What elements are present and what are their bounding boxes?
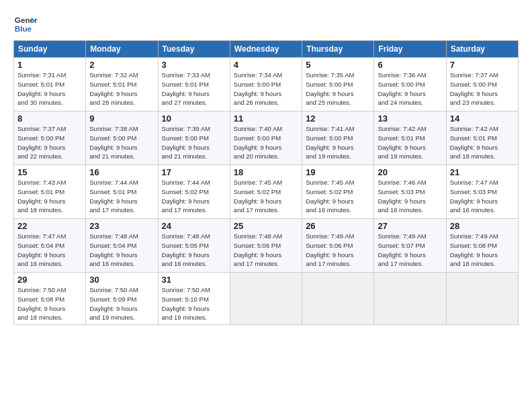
calendar-week-row: 22Sunrise: 7:47 AM Sunset: 5:04 PM Dayli… xyxy=(14,219,519,273)
day-info: Sunrise: 7:39 AM Sunset: 5:00 PM Dayligh… xyxy=(162,124,226,161)
calendar-week-row: 8Sunrise: 7:37 AM Sunset: 5:00 PM Daylig… xyxy=(14,111,519,165)
day-info: Sunrise: 7:48 AM Sunset: 5:06 PM Dayligh… xyxy=(234,232,298,269)
weekday-header: Wednesday xyxy=(230,41,302,58)
day-number: 15 xyxy=(17,167,82,177)
calendar-cell xyxy=(374,273,446,325)
day-number: 26 xyxy=(306,221,370,231)
calendar-cell: 29Sunrise: 7:50 AM Sunset: 5:08 PM Dayli… xyxy=(14,273,86,325)
day-info: Sunrise: 7:49 AM Sunset: 5:08 PM Dayligh… xyxy=(450,232,515,269)
day-info: Sunrise: 7:44 AM Sunset: 5:01 PM Dayligh… xyxy=(89,178,154,215)
day-info: Sunrise: 7:50 AM Sunset: 5:09 PM Dayligh… xyxy=(89,285,154,322)
calendar-cell: 30Sunrise: 7:50 AM Sunset: 5:09 PM Dayli… xyxy=(86,273,158,325)
day-info: Sunrise: 7:35 AM Sunset: 5:00 PM Dayligh… xyxy=(306,71,370,107)
calendar-header-row: SundayMondayTuesdayWednesdayThursdayFrid… xyxy=(14,41,519,58)
calendar-week-row: 15Sunrise: 7:43 AM Sunset: 5:01 PM Dayli… xyxy=(14,165,519,219)
day-number: 12 xyxy=(306,113,370,124)
day-number: 3 xyxy=(162,60,226,70)
calendar-cell: 16Sunrise: 7:44 AM Sunset: 5:01 PM Dayli… xyxy=(86,165,158,219)
calendar-cell: 24Sunrise: 7:48 AM Sunset: 5:05 PM Dayli… xyxy=(158,219,230,273)
day-info: Sunrise: 7:50 AM Sunset: 5:08 PM Dayligh… xyxy=(17,285,82,322)
calendar-cell: 21Sunrise: 7:47 AM Sunset: 5:03 PM Dayli… xyxy=(446,165,518,219)
weekday-header: Saturday xyxy=(446,41,518,58)
day-number: 25 xyxy=(234,221,298,231)
logo: General Blue xyxy=(13,12,38,36)
calendar-cell: 22Sunrise: 7:47 AM Sunset: 5:04 PM Dayli… xyxy=(14,219,86,273)
calendar-cell: 18Sunrise: 7:45 AM Sunset: 5:02 PM Dayli… xyxy=(230,165,302,219)
day-number: 8 xyxy=(17,113,82,124)
calendar-cell: 14Sunrise: 7:42 AM Sunset: 5:01 PM Dayli… xyxy=(446,111,518,165)
calendar-cell: 9Sunrise: 7:38 AM Sunset: 5:00 PM Daylig… xyxy=(86,111,158,165)
day-number: 5 xyxy=(306,60,370,70)
calendar-cell xyxy=(230,273,302,325)
day-number: 11 xyxy=(234,113,298,124)
calendar-cell: 3Sunrise: 7:33 AM Sunset: 5:01 PM Daylig… xyxy=(158,58,230,111)
calendar-cell: 25Sunrise: 7:48 AM Sunset: 5:06 PM Dayli… xyxy=(230,219,302,273)
day-info: Sunrise: 7:45 AM Sunset: 5:02 PM Dayligh… xyxy=(234,178,298,215)
calendar-cell: 27Sunrise: 7:49 AM Sunset: 5:07 PM Dayli… xyxy=(374,219,446,273)
day-number: 28 xyxy=(450,221,515,231)
day-info: Sunrise: 7:46 AM Sunset: 5:03 PM Dayligh… xyxy=(378,178,442,215)
calendar-cell xyxy=(302,273,374,325)
day-number: 27 xyxy=(378,221,442,231)
day-number: 9 xyxy=(89,113,154,124)
day-info: Sunrise: 7:49 AM Sunset: 5:07 PM Dayligh… xyxy=(378,232,442,269)
weekday-header: Friday xyxy=(374,41,446,58)
calendar-cell: 31Sunrise: 7:50 AM Sunset: 5:10 PM Dayli… xyxy=(158,273,230,325)
day-info: Sunrise: 7:37 AM Sunset: 5:00 PM Dayligh… xyxy=(450,71,515,107)
calendar-cell: 1Sunrise: 7:31 AM Sunset: 5:01 PM Daylig… xyxy=(14,58,86,111)
weekday-header: Tuesday xyxy=(158,41,230,58)
day-info: Sunrise: 7:47 AM Sunset: 5:04 PM Dayligh… xyxy=(17,232,82,269)
day-info: Sunrise: 7:42 AM Sunset: 5:01 PM Dayligh… xyxy=(378,124,442,161)
day-number: 29 xyxy=(17,275,82,285)
day-number: 16 xyxy=(89,167,154,177)
header: General Blue xyxy=(13,12,519,36)
svg-text:Blue: Blue xyxy=(15,24,32,33)
day-number: 4 xyxy=(234,60,298,70)
day-info: Sunrise: 7:41 AM Sunset: 5:00 PM Dayligh… xyxy=(306,124,370,161)
svg-text:General: General xyxy=(15,15,38,24)
calendar-cell: 6Sunrise: 7:36 AM Sunset: 5:00 PM Daylig… xyxy=(374,58,446,111)
calendar-cell: 23Sunrise: 7:48 AM Sunset: 5:04 PM Dayli… xyxy=(86,219,158,273)
day-number: 30 xyxy=(89,275,154,285)
day-info: Sunrise: 7:48 AM Sunset: 5:04 PM Dayligh… xyxy=(89,232,154,269)
calendar-cell: 11Sunrise: 7:40 AM Sunset: 5:00 PM Dayli… xyxy=(230,111,302,165)
day-info: Sunrise: 7:48 AM Sunset: 5:05 PM Dayligh… xyxy=(162,232,226,269)
day-number: 31 xyxy=(162,275,226,285)
weekday-header: Sunday xyxy=(14,41,86,58)
day-info: Sunrise: 7:32 AM Sunset: 5:01 PM Dayligh… xyxy=(89,71,154,107)
day-info: Sunrise: 7:50 AM Sunset: 5:10 PM Dayligh… xyxy=(162,285,226,322)
calendar-cell: 19Sunrise: 7:45 AM Sunset: 5:02 PM Dayli… xyxy=(302,165,374,219)
calendar-cell xyxy=(446,273,518,325)
day-info: Sunrise: 7:31 AM Sunset: 5:01 PM Dayligh… xyxy=(17,71,82,107)
day-number: 2 xyxy=(89,60,154,70)
day-info: Sunrise: 7:44 AM Sunset: 5:02 PM Dayligh… xyxy=(162,178,226,215)
day-info: Sunrise: 7:37 AM Sunset: 5:00 PM Dayligh… xyxy=(17,124,82,161)
day-info: Sunrise: 7:36 AM Sunset: 5:00 PM Dayligh… xyxy=(378,71,442,107)
calendar-cell: 26Sunrise: 7:49 AM Sunset: 5:06 PM Dayli… xyxy=(302,219,374,273)
calendar-week-row: 1Sunrise: 7:31 AM Sunset: 5:01 PM Daylig… xyxy=(14,58,519,111)
day-info: Sunrise: 7:42 AM Sunset: 5:01 PM Dayligh… xyxy=(450,124,515,161)
day-number: 22 xyxy=(17,221,82,231)
day-number: 1 xyxy=(17,60,82,70)
day-info: Sunrise: 7:43 AM Sunset: 5:01 PM Dayligh… xyxy=(17,178,82,215)
calendar-cell: 13Sunrise: 7:42 AM Sunset: 5:01 PM Dayli… xyxy=(374,111,446,165)
weekday-header: Thursday xyxy=(302,41,374,58)
day-info: Sunrise: 7:33 AM Sunset: 5:01 PM Dayligh… xyxy=(162,71,226,107)
day-number: 7 xyxy=(450,60,515,70)
day-number: 17 xyxy=(162,167,226,177)
calendar-cell: 17Sunrise: 7:44 AM Sunset: 5:02 PM Dayli… xyxy=(158,165,230,219)
day-number: 18 xyxy=(234,167,298,177)
calendar-cell: 4Sunrise: 7:34 AM Sunset: 5:00 PM Daylig… xyxy=(230,58,302,111)
calendar-cell: 7Sunrise: 7:37 AM Sunset: 5:00 PM Daylig… xyxy=(446,58,518,111)
logo-icon: General Blue xyxy=(13,12,38,36)
day-info: Sunrise: 7:40 AM Sunset: 5:00 PM Dayligh… xyxy=(234,124,298,161)
calendar-cell: 28Sunrise: 7:49 AM Sunset: 5:08 PM Dayli… xyxy=(446,219,518,273)
day-number: 19 xyxy=(306,167,370,177)
calendar-cell: 10Sunrise: 7:39 AM Sunset: 5:00 PM Dayli… xyxy=(158,111,230,165)
day-info: Sunrise: 7:49 AM Sunset: 5:06 PM Dayligh… xyxy=(306,232,370,269)
day-number: 10 xyxy=(162,113,226,124)
day-number: 23 xyxy=(89,221,154,231)
day-number: 20 xyxy=(378,167,442,177)
calendar-cell: 20Sunrise: 7:46 AM Sunset: 5:03 PM Dayli… xyxy=(374,165,446,219)
calendar-cell: 2Sunrise: 7:32 AM Sunset: 5:01 PM Daylig… xyxy=(86,58,158,111)
